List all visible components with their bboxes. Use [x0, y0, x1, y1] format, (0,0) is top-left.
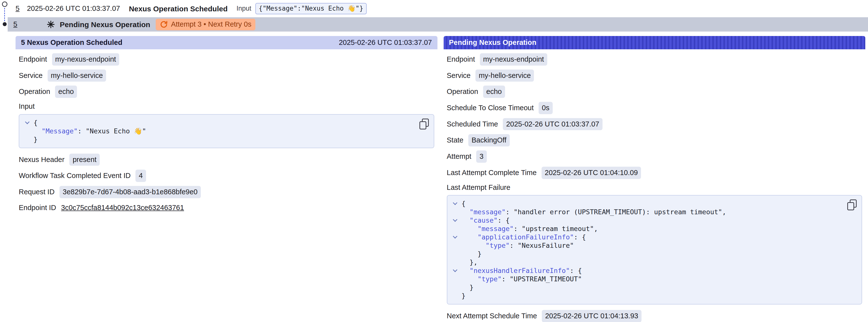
code-text: } — [462, 292, 466, 300]
event-panel-timestamp: 2025-02-26 UTC 01:03:37.07 — [339, 38, 432, 47]
code-line: "nexusHandlerFailureInfo": { — [449, 266, 842, 275]
chevron-cell — [449, 216, 462, 225]
code-line: } — [449, 292, 842, 300]
field-label: Schedule To Close Timeout — [447, 103, 534, 113]
collapse-chevron-down-icon[interactable] — [453, 234, 457, 238]
field-attempt: Attempt 3 — [447, 151, 862, 163]
event-panel-header: 5 Nexus Operation Scheduled 2025-02-26 U… — [16, 36, 437, 49]
field-value-badge: 3e829b7e-7d67-4b08-aad3-b1e868bfe9e0 — [59, 186, 201, 198]
event-panel-body: Endpoint my-nexus-endpoint Service my-he… — [16, 49, 437, 214]
input-json-viewer: {"Message": "Nexus Echo 👋"} — [19, 114, 434, 148]
pending-operation-asterisk-icon — [46, 20, 55, 29]
field-label: Endpoint — [19, 55, 47, 64]
field-nexus-header: Nexus Header present — [19, 154, 434, 166]
field-state: State BackingOff — [447, 134, 862, 147]
chevron-cell — [21, 135, 34, 144]
input-preview-chip: {"Message":"Nexus Echo 👋"} — [255, 3, 367, 14]
timeline-event-dot-icon — [3, 22, 7, 26]
code-text: "Message": "Nexus Echo 👋" — [34, 127, 146, 135]
code-text: "message": "handler error (UPSTREAM_TIME… — [462, 208, 726, 216]
code-text: "nexusHandlerFailureInfo": { — [462, 266, 582, 275]
pending-event-title: Pending Nexus Operation — [60, 20, 150, 29]
chevron-cell — [21, 127, 34, 135]
code-line: { — [449, 199, 842, 208]
field-operation: Operation echo — [19, 86, 434, 98]
field-value-badge: echo — [55, 86, 77, 98]
field-value-badge: my-nexus-endpoint — [480, 53, 547, 66]
field-label: Workflow Task Completed Event ID — [19, 171, 130, 181]
code-text: "message": "upstream timeout", — [462, 225, 598, 233]
chevron-cell — [449, 250, 462, 258]
retry-badge-label: Attempt 3 • Next Retry 0s — [171, 20, 251, 29]
code-line: { — [21, 119, 414, 127]
field-label: State — [447, 136, 464, 145]
code-text: }, — [462, 258, 478, 266]
field-value-badge: 2025-02-26 UTC 01:04:10.09 — [541, 167, 641, 179]
code-text: "applicationFailureInfo": { — [462, 233, 586, 242]
event-timestamp: 2025-02-26 UTC 01:03:37.07 — [27, 4, 120, 13]
field-value-badge: 0s — [538, 102, 553, 114]
chevron-cell — [449, 292, 462, 300]
field-label: Next Attempt Schedule Time — [447, 312, 537, 321]
chevron-cell — [449, 233, 462, 242]
field-schedule-to-close-timeout: Schedule To Close Timeout 0s — [447, 102, 862, 114]
failure-json-viewer: {"message": "handler error (UPSTREAM_TIM… — [447, 195, 862, 304]
event-row-pending[interactable]: 5 Pending Nexus Operation — [8, 17, 868, 32]
field-label: Nexus Header — [19, 155, 64, 164]
code-line: "message": "handler error (UPSTREAM_TIME… — [449, 208, 842, 216]
code-line: "Message": "Nexus Echo 👋" — [21, 127, 414, 135]
collapse-chevron-down-icon[interactable] — [25, 120, 29, 124]
field-endpoint: Endpoint my-nexus-endpoint — [447, 53, 862, 66]
field-value-badge: my-hello-service — [475, 69, 534, 82]
collapse-chevron-down-icon[interactable] — [453, 200, 457, 205]
field-scheduled-time: Scheduled Time 2025-02-26 UTC 01:03:37.0… — [447, 118, 862, 130]
field-endpoint: Endpoint my-nexus-endpoint — [19, 53, 434, 66]
field-label: Endpoint ID — [19, 203, 56, 213]
code-line: "type": "NexusFailure" — [449, 242, 842, 250]
event-history-view: 5 2025-02-26 UTC 01:03:37.07 Nexus Opera… — [0, 0, 868, 322]
chevron-cell — [449, 225, 462, 233]
pending-operation-panel: Pending Nexus Operation Endpoint my-nexu… — [444, 36, 866, 322]
field-label: Last Attempt Complete Time — [447, 168, 537, 178]
copy-json-button[interactable] — [847, 199, 857, 210]
field-value-badge: 2025-02-26 UTC 01:04:13.93 — [542, 310, 641, 322]
code-text: { — [462, 199, 466, 208]
event-detail-panels: 5 Nexus Operation Scheduled 2025-02-26 U… — [16, 36, 865, 322]
event-title: Nexus Operation Scheduled — [129, 4, 227, 13]
timeline-gutter — [0, 0, 8, 322]
field-label: Scheduled Time — [447, 120, 498, 129]
pending-event-id-link[interactable]: 5 — [13, 20, 17, 29]
retry-attempt-badge: Attempt 3 • Next Retry 0s — [156, 19, 255, 30]
event-id-link[interactable]: 5 — [16, 4, 20, 13]
endpoint-id-link[interactable]: 3c0c75ccfa8144b092c13ce632463761 — [61, 203, 184, 213]
chevron-cell — [449, 242, 462, 250]
chevron-cell — [21, 119, 34, 127]
code-text: } — [462, 283, 474, 292]
field-label: Operation — [447, 87, 478, 96]
code-text: } — [34, 135, 37, 144]
input-section-label: Input — [19, 102, 434, 111]
retry-refresh-icon — [160, 20, 168, 29]
code-line: } — [449, 283, 842, 292]
field-value-badge: 3 — [476, 151, 487, 163]
field-label: Endpoint — [447, 55, 475, 64]
code-line: "cause": { — [449, 216, 842, 225]
field-value-badge: my-hello-service — [48, 69, 106, 82]
field-value-badge: BackingOff — [468, 134, 509, 147]
field-label: Attempt — [447, 152, 471, 161]
copy-json-button[interactable] — [420, 119, 429, 129]
collapse-chevron-down-icon[interactable] — [453, 217, 457, 222]
field-label: Request ID — [19, 187, 55, 197]
code-text: "type": "UPSTREAM_TIMEOUT" — [462, 275, 582, 283]
main-content: 5 2025-02-26 UTC 01:03:37.07 Nexus Opera… — [8, 0, 868, 322]
field-label: Operation — [19, 87, 50, 96]
timeline-dashed-connector — [4, 8, 5, 21]
event-details-panel: 5 Nexus Operation Scheduled 2025-02-26 U… — [16, 36, 437, 218]
field-endpoint-id: Endpoint ID 3c0c75ccfa8144b092c13ce63246… — [19, 202, 434, 214]
event-row-scheduled[interactable]: 5 2025-02-26 UTC 01:03:37.07 Nexus Opera… — [8, 0, 868, 17]
field-service: Service my-hello-service — [19, 69, 434, 82]
field-label: Service — [447, 71, 471, 80]
code-line: "message": "upstream timeout", — [449, 225, 842, 233]
input-inline-label: Input — [237, 4, 251, 13]
collapse-chevron-down-icon[interactable] — [453, 267, 457, 272]
